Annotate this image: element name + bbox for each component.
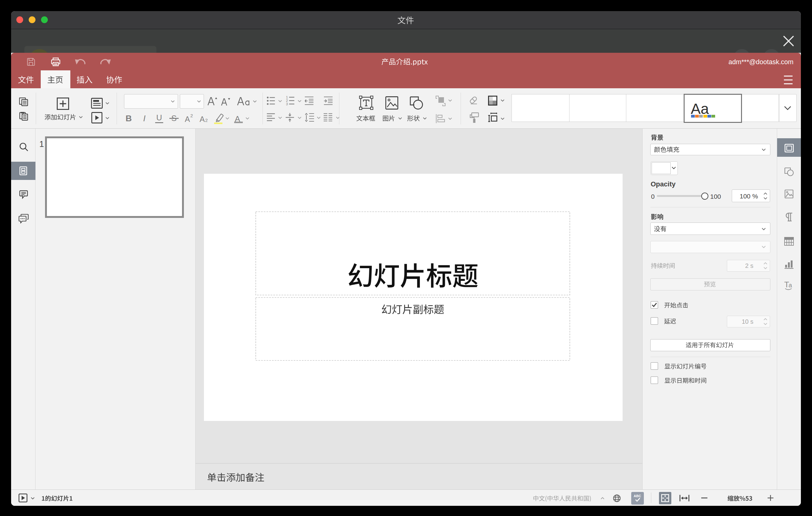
- svg-text:a: a: [788, 282, 792, 289]
- svg-text:ABC: ABC: [634, 494, 641, 498]
- svg-text:3: 3: [286, 102, 288, 105]
